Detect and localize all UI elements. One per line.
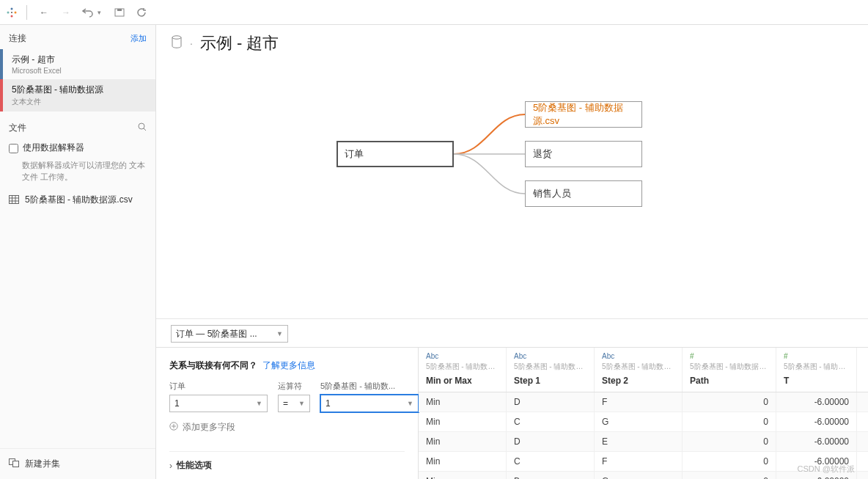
table-row[interactable]: MinBG0-6.00000 (419, 472, 868, 479)
table-cell: Min (419, 432, 507, 451)
table-cell: -6.00000 (776, 412, 857, 431)
content-area: · 示例 - 超市 订单 5阶桑基图 - 辅助数据源.csv 退货 销售人员 (156, 25, 868, 479)
table-cell: -6.00000 (776, 472, 857, 479)
table-icon (9, 195, 19, 204)
use-interpreter-checkbox[interactable] (9, 144, 18, 153)
grid-column-header[interactable]: Abc5阶桑基图 - 辅助数据源.csvMin or Max (419, 348, 507, 392)
table-cell: C (507, 452, 595, 471)
table-cell: Min (419, 452, 507, 471)
table-cell: F (595, 452, 683, 471)
datasource-header: · 示例 - 超市 (156, 25, 868, 54)
data-grid: Abc5阶桑基图 - 辅助数据源.csvMin or MaxAbc5阶桑基图 -… (419, 348, 868, 479)
app-logo-icon (6, 7, 18, 18)
add-connection-link[interactable]: 添加 (130, 33, 147, 44)
refresh-button[interactable] (133, 4, 150, 21)
table-cell: Min (419, 392, 507, 412)
forward-button[interactable]: → (58, 4, 74, 21)
svg-rect-6 (117, 9, 122, 11)
operator-select[interactable]: =▼ (278, 395, 310, 412)
table-row[interactable]: MinCG0-6.00000 (419, 412, 868, 432)
connections-label: 连接 (9, 32, 26, 45)
table-cell: 0 (683, 452, 776, 471)
grid-column-header[interactable]: #5阶桑基图 - 辅助数据源.csvPath (683, 348, 776, 392)
left-field-select[interactable]: 1▼ (169, 395, 268, 412)
relation-editor: 关系与联接有何不同？ 了解更多信息 订单 1▼ 运算符 (156, 348, 419, 479)
svg-point-7 (139, 123, 144, 129)
svg-point-4 (11, 12, 12, 13)
connection-item-text[interactable]: 5阶桑基图 - 辅助数据源 文本文件 (0, 79, 155, 111)
left-sidebar: 连接 添加 示例 - 超市 Microsoft Excel 5阶桑基图 - 辅助… (0, 25, 156, 479)
left-field-label: 订单 (169, 381, 268, 392)
new-union-button[interactable]: 新建并集 (0, 448, 155, 479)
add-fields-button[interactable]: 添加更多字段 (169, 421, 405, 434)
svg-point-1 (15, 11, 17, 13)
table-cell: E (595, 432, 683, 451)
back-button[interactable]: ← (36, 4, 52, 21)
save-button[interactable] (111, 4, 128, 21)
node-sankey[interactable]: 5阶桑基图 - 辅助数据源.csv (525, 101, 642, 128)
use-interpreter-label: 使用数据解释器 (23, 142, 84, 154)
table-cell: B (507, 472, 595, 479)
search-icon[interactable] (138, 123, 147, 134)
table-cell: G (595, 412, 683, 431)
relation-dropdown[interactable]: 订单 — 5阶桑基图 ... ▼ (171, 325, 288, 343)
app-toolbar: ← → ▾ (0, 0, 868, 25)
node-orders[interactable]: 订单 (336, 141, 454, 167)
node-returns[interactable]: 退货 (525, 141, 642, 167)
table-cell: -6.00000 (776, 452, 857, 471)
grid-body: MinDF0-6.00000MinCG0-6.00000MinDE0-6.000… (419, 392, 868, 479)
svg-rect-15 (13, 461, 19, 467)
datasource-title[interactable]: 示例 - 超市 (200, 32, 279, 54)
right-field-label: 5阶桑基图 - 辅助数... (320, 381, 419, 392)
files-label: 文件 (9, 122, 26, 134)
svg-point-2 (11, 15, 13, 17)
grid-column-header[interactable]: #5阶桑基图 - 辅助数据源.csvT (776, 348, 857, 392)
connection-item-excel[interactable]: 示例 - 超市 Microsoft Excel (0, 49, 155, 79)
chevron-right-icon: › (169, 461, 172, 471)
table-cell: -6.00000 (776, 392, 857, 412)
bottom-panel: 订单 — 5阶桑基图 ... ▼ 关系与联接有何不同？ 了解更多信息 订单 1▼ (156, 319, 868, 479)
operator-label: 运算符 (278, 381, 310, 392)
table-cell: -6.00000 (776, 432, 857, 451)
table-row[interactable]: MinCF0-6.00000 (419, 452, 868, 472)
table-row[interactable]: MinDF0-6.00000 (419, 392, 868, 412)
learn-more-link[interactable]: 了解更多信息 (262, 360, 315, 370)
union-icon (9, 458, 19, 469)
undo-button[interactable] (80, 4, 96, 21)
node-sales[interactable]: 销售人员 (525, 180, 642, 207)
table-cell: D (507, 432, 595, 451)
grid-column-header[interactable]: Abc5阶桑基图 - 辅助数据源.csvStep 1 (507, 348, 595, 392)
svg-point-16 (172, 36, 181, 39)
grid-column-header[interactable]: Abc5阶桑基图 - 辅助数据源.csvStep 2 (595, 348, 683, 392)
table-cell: 0 (683, 472, 776, 479)
table-cell: 0 (683, 392, 776, 412)
svg-line-8 (144, 128, 146, 131)
svg-point-0 (11, 7, 13, 10)
dot-icon: · (190, 37, 193, 49)
table-cell: F (595, 392, 683, 412)
relation-title: 关系与联接有何不同？ (169, 360, 257, 370)
datasource-icon (171, 35, 183, 51)
performance-options[interactable]: › 性能选项 (169, 451, 405, 472)
svg-point-3 (7, 11, 10, 13)
table-cell: 0 (683, 412, 776, 431)
table-cell: Min (419, 472, 507, 479)
file-item-csv[interactable]: 5阶桑基图 - 辅助数据源.csv (0, 186, 155, 213)
table-row[interactable]: MinDE0-6.00000 (419, 432, 868, 452)
plus-circle-icon (169, 422, 178, 433)
right-field-select[interactable]: 1▼ (320, 395, 419, 412)
table-cell: C (507, 412, 595, 431)
grid-header: Abc5阶桑基图 - 辅助数据源.csvMin or MaxAbc5阶桑基图 -… (419, 348, 868, 392)
svg-rect-9 (10, 196, 19, 204)
interpreter-hint: 数据解释器或许可以清理您的 文本文件 工作簿。 (0, 157, 155, 186)
relation-canvas[interactable]: 订单 5阶桑基图 - 辅助数据源.csv 退货 销售人员 (156, 54, 868, 319)
table-cell: Min (419, 412, 507, 431)
table-cell: G (595, 472, 683, 479)
table-cell: D (507, 392, 595, 412)
table-cell: 0 (683, 432, 776, 451)
chevron-down-icon: ▼ (276, 330, 283, 337)
